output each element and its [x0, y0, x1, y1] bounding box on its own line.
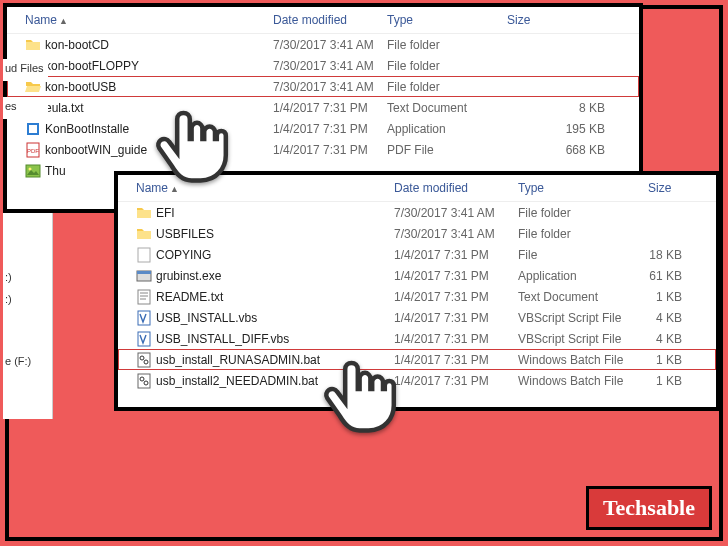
file-size: 1 KB [648, 353, 716, 367]
sidebar-item[interactable] [5, 231, 50, 271]
file-date: 1/4/2017 7:31 PM [273, 122, 387, 136]
file-type: File folder [518, 206, 648, 220]
file-date: 1/4/2017 7:31 PM [394, 332, 518, 346]
column-name-label: Name [136, 181, 168, 195]
file-date: 7/30/2017 3:41 AM [273, 59, 387, 73]
file-name: README.txt [156, 290, 223, 304]
file-type: Application [518, 269, 648, 283]
file-row[interactable]: usb_install2_NEEDADMIN.bat1/4/2017 7:31 … [118, 370, 716, 391]
file-name: grubinst.exe [156, 269, 221, 283]
sidebar-item[interactable]: :) [5, 271, 50, 293]
file-row[interactable]: grubinst.exe1/4/2017 7:31 PMApplication6… [118, 265, 716, 286]
file-row[interactable]: COPYING1/4/2017 7:31 PMFile18 KB [118, 244, 716, 265]
column-name-header[interactable]: Name▲ [136, 181, 394, 195]
file-row[interactable]: USB_INSTALL_DIFF.vbs1/4/2017 7:31 PMVBSc… [118, 328, 716, 349]
file-row[interactable]: kon-bootFLOPPY7/30/2017 3:41 AMFile fold… [7, 55, 639, 76]
column-size-header[interactable]: Size [648, 181, 716, 195]
explorer-window-child: Name▲ Date modified Type Size EFI7/30/20… [114, 171, 720, 411]
file-row[interactable]: kon-bootCD7/30/2017 3:41 AMFile folder [7, 34, 639, 55]
file-row[interactable]: konbootWIN_guide1/4/2017 7:31 PMPDF File… [7, 139, 639, 160]
file-name: COPYING [156, 248, 211, 262]
file-size: 4 KB [648, 311, 716, 325]
file-row[interactable]: USBFILES7/30/2017 3:41 AMFile folder [118, 223, 716, 244]
file-date: 7/30/2017 3:41 AM [273, 80, 387, 94]
column-date-header[interactable]: Date modified [273, 13, 387, 27]
file-size: 668 KB [507, 143, 639, 157]
file-row[interactable]: USB_INSTALL.vbs1/4/2017 7:31 PMVBScript … [118, 307, 716, 328]
file-date: 1/4/2017 7:31 PM [394, 290, 518, 304]
file-type: File folder [387, 80, 507, 94]
exe-icon [136, 268, 152, 284]
txt-icon [136, 289, 152, 305]
file-name: usb_install2_NEEDADMIN.bat [156, 374, 318, 388]
sidebar-item[interactable]: e (F:) [5, 355, 50, 377]
sidebar-item[interactable]: :) [5, 293, 50, 315]
file-row[interactable]: EFI7/30/2017 3:41 AMFile folder [118, 202, 716, 223]
column-size-header[interactable]: Size [507, 13, 639, 27]
sort-asc-icon: ▲ [170, 184, 179, 194]
column-date-header[interactable]: Date modified [394, 181, 518, 195]
column-type-header[interactable]: Type [387, 13, 507, 27]
outer-frame: :) :) e (F:) Name▲ Date modified Type Si… [5, 5, 723, 541]
sidebar-item[interactable] [5, 213, 50, 231]
file-date: 1/4/2017 7:31 PM [273, 143, 387, 157]
column-headers: Name▲ Date modified Type Size [118, 175, 716, 202]
file-name: USB_INSTALL_DIFF.vbs [156, 332, 289, 346]
file-size: 8 KB [507, 101, 639, 115]
file-name: kon-bootUSB [45, 80, 116, 94]
file-name: eula.txt [45, 101, 84, 115]
file-type: VBScript Script File [518, 311, 648, 325]
file-type: PDF File [387, 143, 507, 157]
file-date: 1/4/2017 7:31 PM [394, 353, 518, 367]
file-icon [136, 247, 152, 263]
file-date: 1/4/2017 7:31 PM [394, 311, 518, 325]
file-row[interactable]: kon-bootUSB7/30/2017 3:41 AMFile folder [7, 76, 639, 97]
file-name: USBFILES [156, 227, 214, 241]
vbs-icon [136, 331, 152, 347]
file-size: 1 KB [648, 290, 716, 304]
file-size: 1 KB [648, 374, 716, 388]
file-row[interactable]: eula.txt1/4/2017 7:31 PMText Document8 K… [7, 97, 639, 118]
file-type: VBScript Script File [518, 332, 648, 346]
file-name: kon-bootFLOPPY [45, 59, 139, 73]
sidebar-fragment: :) :) e (F:) [3, 209, 53, 419]
file-list-child: EFI7/30/2017 3:41 AMFile folderUSBFILES7… [118, 202, 716, 391]
file-name: kon-bootCD [45, 38, 109, 52]
pdf-icon [25, 142, 41, 158]
column-headers: Name▲ Date modified Type Size [7, 7, 639, 34]
file-name: USB_INSTALL.vbs [156, 311, 257, 325]
file-row[interactable]: usb_install_RUNASADMIN.bat1/4/2017 7:31 … [118, 349, 716, 370]
file-date: 1/4/2017 7:31 PM [394, 248, 518, 262]
file-list-parent: kon-bootCD7/30/2017 3:41 AMFile folderko… [7, 34, 639, 181]
column-name-label: Name [25, 13, 57, 27]
file-date: 7/30/2017 3:41 AM [273, 38, 387, 52]
file-type: Application [387, 122, 507, 136]
file-date: 1/4/2017 7:31 PM [273, 101, 387, 115]
folder-icon [136, 205, 152, 221]
file-type: Text Document [518, 290, 648, 304]
file-type: Windows Batch File [518, 374, 648, 388]
file-size: 61 KB [648, 269, 716, 283]
column-type-header[interactable]: Type [518, 181, 648, 195]
column-name-header[interactable]: Name▲ [25, 13, 273, 27]
file-type: File folder [387, 38, 507, 52]
file-size: 18 KB [648, 248, 716, 262]
bat-icon [136, 352, 152, 368]
file-size: 195 KB [507, 122, 639, 136]
app-icon [25, 121, 41, 137]
file-date: 1/4/2017 7:31 PM [394, 269, 518, 283]
file-type: Windows Batch File [518, 353, 648, 367]
vbs-icon [136, 310, 152, 326]
file-row[interactable]: README.txt1/4/2017 7:31 PMText Document1… [118, 286, 716, 307]
sidebar-item[interactable]: ud Files [3, 59, 48, 81]
sidebar-item[interactable] [5, 315, 50, 355]
file-name: KonBootInstalle [45, 122, 129, 136]
sidebar-item[interactable]: es [3, 97, 48, 119]
watermark-logo: Techsable [586, 486, 712, 530]
file-row[interactable]: KonBootInstalle1/4/2017 7:31 PMApplicati… [7, 118, 639, 139]
folder-icon [136, 226, 152, 242]
img-icon [25, 163, 41, 179]
file-date: 7/30/2017 3:41 AM [394, 206, 518, 220]
file-type: Text Document [387, 101, 507, 115]
bat-icon [136, 373, 152, 389]
